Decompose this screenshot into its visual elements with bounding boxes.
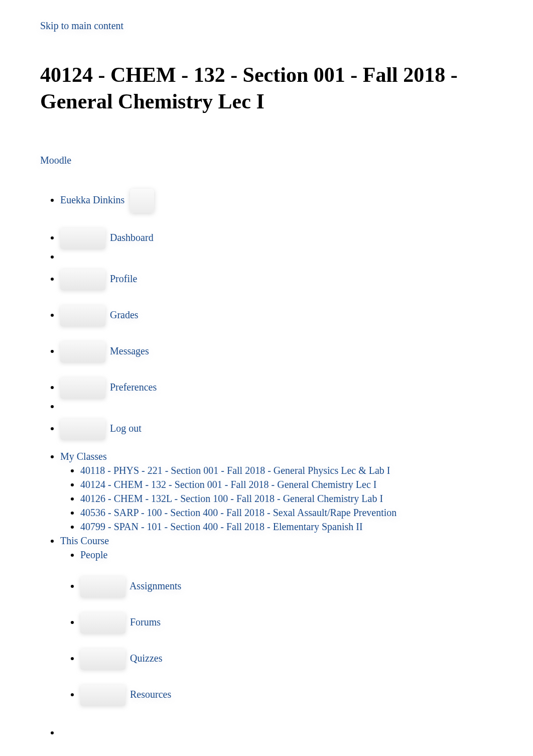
this-course-toggle[interactable]: This Course <box>60 535 109 546</box>
page-title: 40124 - CHEM - 132 - Section 001 - Fall … <box>40 62 493 114</box>
main-navigation: Euekka Dinkins Dashboard Profile Grades … <box>40 189 493 730</box>
messages-link[interactable]: Messages <box>110 345 149 356</box>
empty-nav-item <box>60 726 493 730</box>
dashboard-link[interactable]: Dashboard <box>110 232 154 243</box>
forums-icon <box>80 612 125 634</box>
assignments-link[interactable]: Assignments <box>129 580 181 591</box>
divider <box>60 400 493 404</box>
course-link[interactable]: 40799 - SPAN - 101 - Section 400 - Fall … <box>80 521 363 532</box>
people-link[interactable]: People <box>80 549 107 560</box>
quizzes-icon <box>80 649 125 670</box>
skip-to-main-link[interactable]: Skip to main content <box>40 20 123 31</box>
my-classes-list: 40118 - PHYS - 221 - Section 001 - Fall … <box>60 464 493 533</box>
grades-icon <box>60 305 105 326</box>
moodle-brand-link[interactable]: Moodle <box>40 155 71 166</box>
course-link[interactable]: 40126 - CHEM - 132L - Section 100 - Fall… <box>80 493 383 504</box>
profile-icon <box>60 269 105 290</box>
assignments-icon <box>80 576 125 597</box>
forums-link[interactable]: Forums <box>130 616 161 627</box>
grades-link[interactable]: Grades <box>110 309 139 320</box>
username: Euekka Dinkins <box>60 194 124 205</box>
course-link[interactable]: 40536 - SARP - 100 - Section 400 - Fall … <box>80 507 396 518</box>
preferences-icon <box>60 377 105 399</box>
profile-link[interactable]: Profile <box>110 273 137 284</box>
course-link[interactable]: 40118 - PHYS - 221 - Section 001 - Fall … <box>80 465 390 476</box>
logout-link[interactable]: Log out <box>110 423 142 434</box>
this-course-list: People Assignments Forums Quizzes Resour… <box>60 548 493 706</box>
messages-icon <box>60 341 105 362</box>
preferences-link[interactable]: Preferences <box>110 382 157 393</box>
resources-link[interactable]: Resources <box>130 689 171 700</box>
logout-icon <box>60 419 105 440</box>
resources-icon <box>80 685 125 706</box>
user-menu-toggle[interactable]: Euekka Dinkins <box>60 194 127 205</box>
divider <box>60 250 493 254</box>
quizzes-link[interactable]: Quizzes <box>130 653 162 664</box>
my-classes-toggle[interactable]: My Classes <box>60 451 107 462</box>
user-avatar-icon <box>130 189 154 213</box>
course-link[interactable]: 40124 - CHEM - 132 - Section 001 - Fall … <box>80 479 376 490</box>
dashboard-icon <box>60 228 105 249</box>
